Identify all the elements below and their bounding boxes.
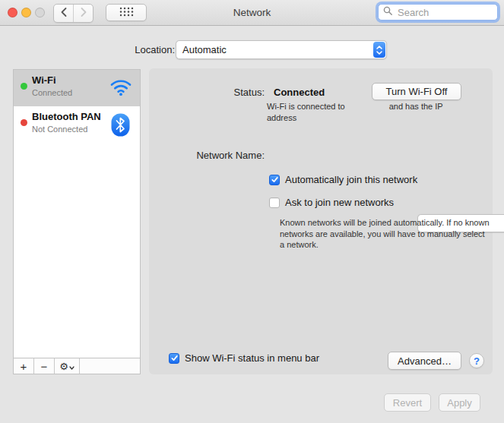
- sidebar-item-wifi[interactable]: Wi-Fi Connected: [14, 70, 140, 106]
- status-desc-part3: address: [267, 113, 296, 122]
- network-name-label: Network Name:: [149, 150, 265, 161]
- ask-join-help-text: Known networks will be joined automatica…: [280, 217, 490, 251]
- show-all-button[interactable]: [106, 4, 147, 21]
- chevron-left-icon: [59, 7, 68, 20]
- advanced-button[interactable]: Advanced…: [388, 352, 461, 370]
- service-status: Not Connected: [32, 125, 87, 134]
- gear-icon: ⚙: [59, 361, 68, 371]
- menu-bar-label: Show Wi-Fi status in menu bar: [185, 352, 319, 364]
- service-name: Bluetooth PAN: [32, 111, 101, 122]
- add-service-button[interactable]: +: [14, 358, 34, 374]
- sidebar-action-bar: + − ⚙: [14, 358, 140, 374]
- remove-service-button[interactable]: −: [34, 358, 55, 374]
- checkbox-unchecked-icon: [269, 197, 280, 208]
- minimize-window-button[interactable]: [21, 8, 31, 17]
- ask-join-label: Ask to join new networks: [285, 197, 394, 208]
- wifi-settings-pane: Status: Connected Turn Wi-Fi Off Wi-Fi i…: [149, 68, 493, 374]
- bluetooth-icon: [111, 113, 130, 139]
- status-desc-part2: and has the IP: [389, 102, 443, 111]
- zoom-window-button[interactable]: [35, 8, 45, 17]
- plus-icon: +: [21, 361, 27, 372]
- nav-button-group: [53, 4, 94, 23]
- checkbox-checked-icon: [169, 353, 179, 364]
- close-window-button[interactable]: [8, 8, 17, 17]
- location-popup-value: Automatic: [176, 44, 372, 55]
- status-value: Connected: [274, 87, 325, 98]
- forward-button[interactable]: [73, 5, 93, 22]
- location-label: Location:: [71, 44, 175, 55]
- service-name: Wi-Fi: [32, 74, 56, 86]
- chevron-right-icon: [79, 7, 88, 20]
- status-description: Wi-Fi is connected toand has the IP addr…: [267, 101, 495, 124]
- minus-icon: −: [41, 361, 48, 372]
- service-status: Connected: [32, 88, 72, 97]
- ask-join-checkbox[interactable]: Ask to join new networks: [269, 197, 394, 208]
- popup-stepper-icon: [373, 42, 385, 58]
- checkbox-checked-icon: [269, 175, 280, 185]
- services-sidebar: Wi-Fi Connected Bluetooth PAN Not Connec…: [13, 69, 141, 374]
- location-popup[interactable]: Automatic: [176, 40, 387, 59]
- auto-join-label: Automatically join this network: [285, 174, 417, 185]
- status-label: Status:: [149, 87, 265, 98]
- back-button[interactable]: [54, 5, 73, 22]
- menu-bar-checkbox[interactable]: Show Wi-Fi status in menu bar: [169, 352, 319, 364]
- chevron-down-icon: [69, 361, 74, 371]
- wifi-icon: [109, 77, 132, 99]
- status-dot-not-connected: [21, 119, 27, 126]
- status-dot-connected: [21, 83, 27, 90]
- help-button[interactable]: ?: [469, 353, 484, 368]
- auto-join-checkbox[interactable]: Automatically join this network: [269, 174, 417, 185]
- revert-button[interactable]: Revert: [384, 393, 431, 412]
- search-field[interactable]: [378, 4, 498, 21]
- search-icon: [383, 6, 393, 18]
- grid-icon: [119, 7, 134, 19]
- sidebar-item-bluetooth-pan[interactable]: Bluetooth PAN Not Connected: [14, 106, 140, 143]
- status-desc-part1: Wi-Fi is connected to: [267, 102, 345, 111]
- turn-wifi-off-button[interactable]: Turn Wi-Fi Off: [372, 83, 461, 100]
- search-input[interactable]: [396, 6, 493, 19]
- window-titlebar: Network: [0, 0, 504, 26]
- service-actions-menu-button[interactable]: ⚙: [55, 358, 80, 374]
- apply-button[interactable]: Apply: [439, 393, 480, 412]
